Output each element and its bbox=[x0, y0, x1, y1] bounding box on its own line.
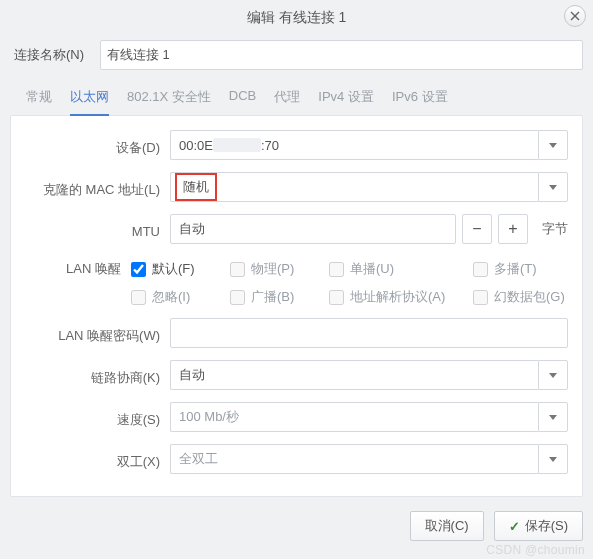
tab-security[interactable]: 802.1X 安全性 bbox=[127, 88, 211, 116]
checkbox-input[interactable] bbox=[131, 262, 146, 277]
device-dropdown-button[interactable] bbox=[538, 130, 568, 160]
checkbox-label: 幻数据包(G) bbox=[494, 288, 565, 306]
device-value-prefix: 00:0E bbox=[179, 138, 213, 153]
watermark: CSDN @choumin bbox=[486, 543, 585, 557]
cancel-label: 取消(C) bbox=[425, 517, 469, 535]
link-negotiation-dropdown-button[interactable] bbox=[538, 360, 568, 390]
clone-mac-label: 克隆的 MAC 地址(L) bbox=[25, 176, 170, 199]
checkbox-label: 物理(P) bbox=[251, 260, 294, 278]
checkbox-input[interactable] bbox=[473, 290, 488, 305]
close-icon bbox=[570, 11, 580, 21]
duplex-combo[interactable]: 全双工 bbox=[170, 444, 568, 474]
speed-combo[interactable]: 100 Mb/秒 bbox=[170, 402, 568, 432]
device-label: 设备(D) bbox=[25, 134, 170, 157]
tab-bar: 常规 以太网 802.1X 安全性 DCB 代理 IPv4 设置 IPv6 设置 bbox=[10, 80, 583, 116]
ethernet-panel: 设备(D) 00:0E :70 克隆的 MAC 地址(L) bbox=[10, 115, 583, 497]
close-button[interactable] bbox=[564, 5, 586, 27]
clone-mac-value: 随机 bbox=[175, 173, 217, 201]
wol-ignore-checkbox[interactable]: 忽略(I) bbox=[131, 288, 226, 306]
duplex-input[interactable]: 全双工 bbox=[170, 444, 538, 474]
link-negotiation-combo[interactable]: 自动 bbox=[170, 360, 568, 390]
window-title: 编辑 有线连接 1 bbox=[247, 9, 347, 25]
wol-broadcast-checkbox[interactable]: 广播(B) bbox=[230, 288, 325, 306]
tab-ethernet[interactable]: 以太网 bbox=[70, 88, 109, 116]
checkbox-label: 多播(T) bbox=[494, 260, 537, 278]
cancel-button[interactable]: 取消(C) bbox=[410, 511, 484, 541]
wol-password-label: LAN 唤醒密码(W) bbox=[25, 322, 170, 345]
wol-phy-checkbox[interactable]: 物理(P) bbox=[230, 260, 325, 278]
wol-password-input[interactable] bbox=[170, 318, 568, 348]
speed-input[interactable]: 100 Mb/秒 bbox=[170, 402, 538, 432]
connection-name-value: 有线连接 1 bbox=[107, 46, 170, 64]
mtu-decrement-button[interactable]: − bbox=[462, 214, 492, 244]
tab-ipv4[interactable]: IPv4 设置 bbox=[318, 88, 374, 116]
wol-multicast-checkbox[interactable]: 多播(T) bbox=[473, 260, 568, 278]
checkbox-label: 单播(U) bbox=[350, 260, 394, 278]
wol-unicast-checkbox[interactable]: 单播(U) bbox=[329, 260, 469, 278]
chevron-down-icon bbox=[549, 185, 557, 190]
clone-mac-dropdown-button[interactable] bbox=[538, 172, 568, 202]
chevron-down-icon bbox=[549, 373, 557, 378]
save-label: 保存(S) bbox=[525, 517, 568, 535]
tab-general[interactable]: 常规 bbox=[26, 88, 52, 116]
checkbox-input[interactable] bbox=[329, 262, 344, 277]
wol-default-checkbox[interactable]: 默认(F) bbox=[131, 260, 226, 278]
duplex-label: 双工(X) bbox=[25, 448, 170, 471]
tab-proxy[interactable]: 代理 bbox=[274, 88, 300, 116]
device-value-suffix: :70 bbox=[261, 138, 279, 153]
checkbox-label: 默认(F) bbox=[152, 260, 195, 278]
tab-dcb[interactable]: DCB bbox=[229, 88, 256, 116]
mtu-label: MTU bbox=[25, 219, 170, 239]
checkbox-input[interactable] bbox=[131, 290, 146, 305]
wol-options: 默认(F) 物理(P) 单播(U) 多播(T) 忽略(I) bbox=[131, 256, 568, 306]
connection-name-label: 连接名称(N) bbox=[10, 46, 100, 64]
checkbox-input[interactable] bbox=[230, 290, 245, 305]
duplex-dropdown-button[interactable] bbox=[538, 444, 568, 474]
speed-dropdown-button[interactable] bbox=[538, 402, 568, 432]
checkbox-label: 广播(B) bbox=[251, 288, 294, 306]
checkbox-label: 地址解析协议(A) bbox=[350, 288, 445, 306]
clone-mac-combo[interactable]: 随机 bbox=[170, 172, 568, 202]
clone-mac-input[interactable]: 随机 bbox=[170, 172, 538, 202]
mtu-input[interactable]: 自动 bbox=[170, 214, 456, 244]
chevron-down-icon bbox=[549, 143, 557, 148]
check-icon: ✓ bbox=[509, 519, 520, 534]
link-negotiation-input[interactable]: 自动 bbox=[170, 360, 538, 390]
device-value-masked bbox=[213, 138, 261, 152]
checkbox-input[interactable] bbox=[473, 262, 488, 277]
save-button[interactable]: ✓ 保存(S) bbox=[494, 511, 583, 541]
device-combo[interactable]: 00:0E :70 bbox=[170, 130, 568, 160]
connection-name-input[interactable]: 有线连接 1 bbox=[100, 40, 583, 70]
speed-label: 速度(S) bbox=[25, 406, 170, 429]
chevron-down-icon bbox=[549, 415, 557, 420]
mtu-increment-button[interactable]: + bbox=[498, 214, 528, 244]
link-negotiation-label: 链路协商(K) bbox=[25, 364, 170, 387]
wol-label: LAN 唤醒 bbox=[25, 256, 131, 278]
wol-magic-checkbox[interactable]: 幻数据包(G) bbox=[473, 288, 568, 306]
tab-ipv6[interactable]: IPv6 设置 bbox=[392, 88, 448, 116]
checkbox-input[interactable] bbox=[230, 262, 245, 277]
device-input[interactable]: 00:0E :70 bbox=[170, 130, 538, 160]
chevron-down-icon bbox=[549, 457, 557, 462]
checkbox-input[interactable] bbox=[329, 290, 344, 305]
mtu-unit: 字节 bbox=[542, 220, 568, 238]
checkbox-label: 忽略(I) bbox=[152, 288, 190, 306]
wol-arp-checkbox[interactable]: 地址解析协议(A) bbox=[329, 288, 469, 306]
